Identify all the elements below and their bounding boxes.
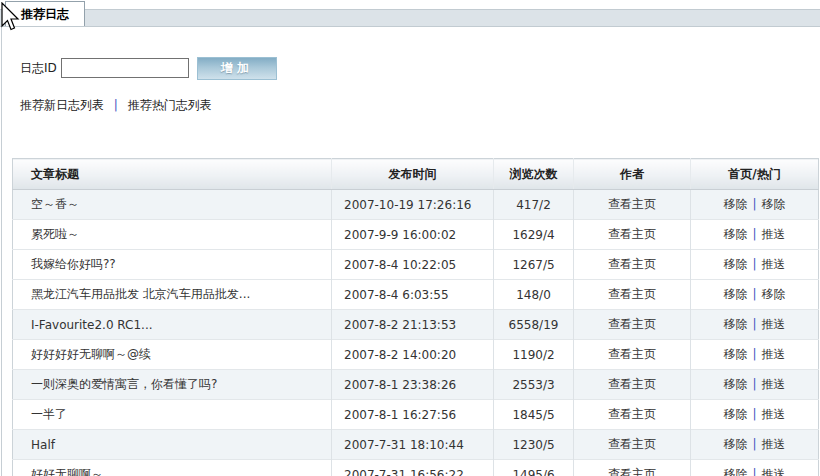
remove-link[interactable]: 移除 [723,197,747,211]
table-row: 空～香～2007-10-19 17:26:16417/2查看主页移除|移除 [13,190,819,220]
table-body: 空～香～2007-10-19 17:26:16417/2查看主页移除|移除累死啦… [13,190,819,476]
row-actions-cell: 移除|推送 [691,430,819,460]
push-link[interactable]: 推送 [762,437,786,451]
row-view-count: 1267/5 [494,250,574,280]
view-homepage-link[interactable]: 查看主页 [608,407,656,421]
view-homepage-link[interactable]: 查看主页 [608,377,656,391]
remove-link[interactable]: 移除 [723,407,747,421]
row-article-title: I-Favourite2.0 RC1... [13,310,332,340]
header-article-title: 文章标题 [13,159,332,190]
table-row: 黑龙江汽车用品批发 北京汽车用品批发...2007-8-4 6:03:55148… [13,280,819,310]
push-link[interactable]: 推送 [762,227,786,241]
row-author-cell: 查看主页 [574,460,691,476]
row-view-count: 2553/3 [494,370,574,400]
row-author-cell: 查看主页 [574,400,691,430]
add-blog-toolbar: 日志ID 增加 [20,56,820,80]
row-author-cell: 查看主页 [574,190,691,220]
remove-link[interactable]: 移除 [723,227,747,241]
row-article-title: 空～香～ [13,190,332,220]
view-homepage-link[interactable]: 查看主页 [608,257,656,271]
row-author-cell: 查看主页 [574,250,691,280]
table-row: Half2007-7-31 18:10:441230/5查看主页移除|推送 [13,430,819,460]
row-article-title: 好好无聊啊～ [13,460,332,476]
row-article-title: 累死啦～ [13,220,332,250]
row-view-count: 6558/19 [494,310,574,340]
row-actions-cell: 移除|推送 [691,340,819,370]
row-view-count: 1629/4 [494,220,574,250]
add-button[interactable]: 增加 [197,57,277,80]
row-author-cell: 查看主页 [574,430,691,460]
push-link[interactable]: 推送 [762,377,786,391]
row-publish-time: 2007-9-9 16:00:02 [332,220,494,250]
view-homepage-link[interactable]: 查看主页 [608,467,656,476]
remove-link[interactable]: 移除 [723,317,747,331]
remove-link[interactable]: 移除 [723,347,747,361]
remove-link[interactable]: 移除 [723,257,747,271]
header-publish-time: 发布时间 [332,159,494,190]
row-actions-cell: 移除|推送 [691,400,819,430]
row-article-title: 一半了 [13,400,332,430]
row-article-title: Half [13,430,332,460]
push-link[interactable]: 推送 [762,257,786,271]
hot-blog-list-link[interactable]: 推荐热门志列表 [128,98,212,112]
table-row: 累死啦～2007-9-9 16:00:021629/4查看主页移除|推送 [13,220,819,250]
row-view-count: 148/0 [494,280,574,310]
header-home-hot: 首页/热门 [691,159,819,190]
action-separator: | [752,257,756,271]
row-publish-time: 2007-7-31 18:10:44 [332,430,494,460]
view-homepage-link[interactable]: 查看主页 [608,227,656,241]
view-homepage-link[interactable]: 查看主页 [608,347,656,361]
push-link[interactable]: 推送 [762,317,786,331]
table-row: 好好无聊啊～2007-7-31 16:56:221495/6查看主页移除|推送 [13,460,819,476]
blog-table-container: 文章标题 发布时间 浏览次数 作者 首页/热门 空～香～2007-10-19 1… [12,158,818,476]
table-row: 一半了2007-8-1 16:27:561845/5查看主页移除|推送 [13,400,819,430]
row-article-title: 一则深奥的爱情寓言，你看懂了吗? [13,370,332,400]
remove-link[interactable]: 移除 [723,467,747,476]
row-article-title: 我嫁给你好吗?? [13,250,332,280]
remove-link[interactable]: 移除 [723,437,747,451]
action-separator: | [752,227,756,241]
table-header-row: 文章标题 发布时间 浏览次数 作者 首页/热门 [13,159,819,190]
row-actions-cell: 移除|移除 [691,190,819,220]
table-row: 好好好好无聊啊～@续2007-8-2 14:00:201190/2查看主页移除|… [13,340,819,370]
header-author: 作者 [574,159,691,190]
remove-link-2[interactable]: 移除 [762,287,786,301]
view-homepage-link[interactable]: 查看主页 [608,437,656,451]
tab-recommended-blogs[interactable]: 推荐日志 [5,1,85,26]
row-actions-cell: 移除|推送 [691,310,819,340]
remove-link[interactable]: 移除 [723,377,747,391]
tab-bar: 推荐日志 [0,0,820,26]
blog-id-input[interactable] [61,58,189,78]
row-view-count: 1845/5 [494,400,574,430]
view-homepage-link[interactable]: 查看主页 [608,287,656,301]
list-switch-links: 推荐新日志列表 | 推荐热门志列表 [20,97,820,114]
push-link[interactable]: 推送 [762,347,786,361]
push-link[interactable]: 推送 [762,467,786,476]
row-author-cell: 查看主页 [574,220,691,250]
row-article-title: 好好好好无聊啊～@续 [13,340,332,370]
action-separator: | [752,437,756,451]
row-view-count: 1190/2 [494,340,574,370]
view-homepage-link[interactable]: 查看主页 [608,197,656,211]
page-left-border [1,10,2,476]
action-separator: | [752,467,756,476]
row-publish-time: 2007-10-19 17:26:16 [332,190,494,220]
row-publish-time: 2007-8-4 10:22:05 [332,250,494,280]
row-author-cell: 查看主页 [574,340,691,370]
row-publish-time: 2007-8-1 23:38:26 [332,370,494,400]
action-separator: | [752,407,756,421]
row-actions-cell: 移除|推送 [691,460,819,476]
view-homepage-link[interactable]: 查看主页 [608,317,656,331]
row-view-count: 1495/6 [494,460,574,476]
action-separator: | [752,377,756,391]
new-blog-list-link[interactable]: 推荐新日志列表 [20,98,104,112]
header-view-count: 浏览次数 [494,159,574,190]
push-link[interactable]: 推送 [762,407,786,421]
action-separator: | [752,347,756,361]
row-publish-time: 2007-8-4 6:03:55 [332,280,494,310]
row-author-cell: 查看主页 [574,310,691,340]
row-publish-time: 2007-8-2 14:00:20 [332,340,494,370]
table-row: 一则深奥的爱情寓言，你看懂了吗?2007-8-1 23:38:262553/3查… [13,370,819,400]
remove-link-2[interactable]: 移除 [762,197,786,211]
remove-link[interactable]: 移除 [723,287,747,301]
